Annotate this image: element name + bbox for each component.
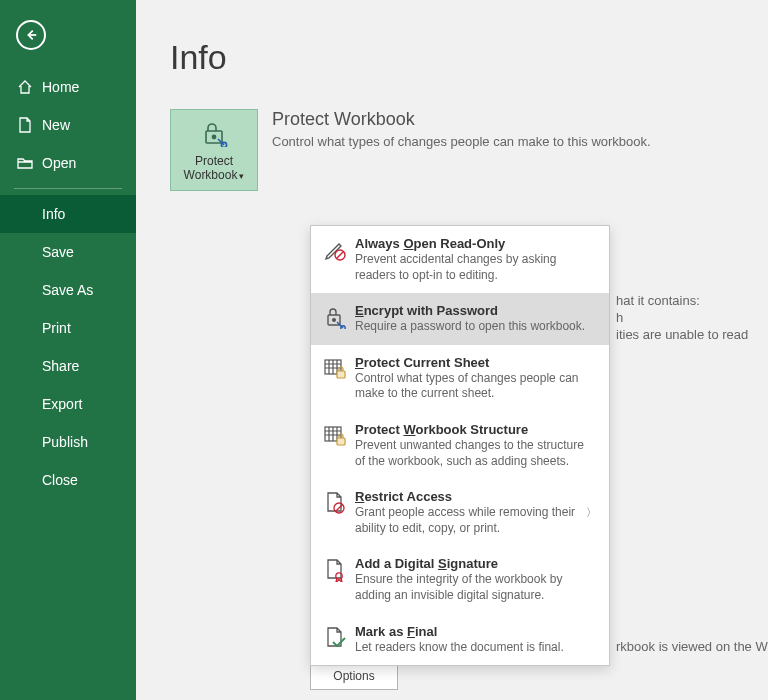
sidebar-item-label: Home bbox=[42, 79, 79, 95]
document-ribbon-icon bbox=[321, 558, 349, 603]
backstage-sidebar: Home New Open Info Save Save As Print bbox=[0, 0, 136, 700]
svg-point-5 bbox=[333, 319, 336, 322]
hidden-text-fragment: h bbox=[616, 310, 623, 325]
protect-desc: Control what types of changes people can… bbox=[272, 134, 651, 149]
sidebar-item-label: Export bbox=[42, 396, 82, 412]
svg-rect-8 bbox=[337, 371, 345, 378]
menu-item-title: Mark as Final bbox=[355, 624, 597, 639]
sidebar-item-publish[interactable]: Publish bbox=[0, 423, 136, 461]
sidebar-item-label: Print bbox=[42, 320, 71, 336]
protect-section: Protect Workbook▾ Protect Workbook Contr… bbox=[170, 109, 768, 191]
document-icon bbox=[16, 117, 34, 133]
menu-protect-structure[interactable]: Protect Workbook Structure Prevent unwan… bbox=[311, 412, 609, 479]
menu-item-desc: Control what types of changes people can… bbox=[355, 371, 597, 402]
sidebar-item-info[interactable]: Info bbox=[0, 195, 136, 233]
menu-protect-sheet[interactable]: Protect Current Sheet Control what types… bbox=[311, 345, 609, 412]
lock-key-icon bbox=[321, 305, 349, 335]
menu-item-desc: Let readers know the document is final. bbox=[355, 640, 597, 656]
protect-workbook-menu: Always Open Read-Only Prevent accidental… bbox=[310, 225, 610, 666]
sidebar-item-label: Save bbox=[42, 244, 74, 260]
menu-open-readonly[interactable]: Always Open Read-Only Prevent accidental… bbox=[311, 226, 609, 293]
hidden-text-fragment: rkbook is viewed on the Web. bbox=[616, 639, 768, 654]
home-icon bbox=[16, 79, 34, 95]
back-button[interactable] bbox=[16, 20, 46, 50]
chevron-right-icon: 〉 bbox=[586, 505, 597, 520]
menu-item-title: Protect Workbook Structure bbox=[355, 422, 597, 437]
menu-encrypt-password[interactable]: Encrypt with Password Require a password… bbox=[311, 293, 609, 345]
sidebar-item-label: Info bbox=[42, 206, 65, 222]
document-check-icon bbox=[321, 626, 349, 656]
menu-item-title: Encrypt with Password bbox=[355, 303, 597, 318]
pencil-forbidden-icon bbox=[321, 238, 349, 283]
back-arrow-icon bbox=[24, 28, 38, 42]
menu-item-title: Always Open Read-Only bbox=[355, 236, 597, 251]
main-panel: Info Protect Workbook▾ Protect Workbook … bbox=[136, 0, 768, 700]
protect-workbook-button[interactable]: Protect Workbook▾ bbox=[170, 109, 258, 191]
sidebar-item-label: Close bbox=[42, 472, 78, 488]
sidebar-separator bbox=[14, 188, 122, 189]
svg-point-1 bbox=[212, 135, 215, 138]
sidebar-item-close[interactable]: Close bbox=[0, 461, 136, 499]
sidebar-item-save[interactable]: Save bbox=[0, 233, 136, 271]
button-label-l2: Workbook bbox=[184, 168, 238, 182]
folder-icon bbox=[16, 156, 34, 170]
menu-item-desc: Prevent unwanted changes to the structur… bbox=[355, 438, 597, 469]
sidebar-item-label: Share bbox=[42, 358, 79, 374]
menu-item-title: Add a Digital Signature bbox=[355, 556, 597, 571]
sidebar-item-print[interactable]: Print bbox=[0, 309, 136, 347]
sidebar-item-new[interactable]: New bbox=[0, 106, 136, 144]
workbook-lock-icon bbox=[321, 424, 349, 469]
menu-restrict-access[interactable]: Restrict Access Grant people access whil… bbox=[311, 479, 609, 546]
sheet-lock-icon bbox=[321, 357, 349, 402]
sidebar-item-home[interactable]: Home bbox=[0, 68, 136, 106]
sidebar-item-label: Save As bbox=[42, 282, 93, 298]
menu-item-title: Restrict Access bbox=[355, 489, 582, 504]
sidebar-item-save-as[interactable]: Save As bbox=[0, 271, 136, 309]
sidebar-item-label: New bbox=[42, 117, 70, 133]
menu-item-desc: Require a password to open this workbook… bbox=[355, 319, 597, 335]
menu-item-title: Protect Current Sheet bbox=[355, 355, 597, 370]
document-restrict-icon bbox=[321, 491, 349, 536]
menu-mark-final[interactable]: Mark as Final Let readers know the docum… bbox=[311, 614, 609, 666]
protect-heading: Protect Workbook bbox=[272, 109, 651, 130]
sidebar-item-open[interactable]: Open bbox=[0, 144, 136, 182]
menu-item-desc: Prevent accidental changes by asking rea… bbox=[355, 252, 597, 283]
hidden-text-fragment: ities are unable to read bbox=[616, 327, 748, 342]
sidebar-item-export[interactable]: Export bbox=[0, 385, 136, 423]
menu-item-desc: Ensure the integrity of the workbook by … bbox=[355, 572, 597, 603]
menu-digital-signature[interactable]: Add a Digital Signature Ensure the integ… bbox=[311, 546, 609, 613]
button-label-l1: Protect bbox=[195, 154, 233, 168]
sidebar-item-label: Open bbox=[42, 155, 76, 171]
svg-rect-10 bbox=[337, 438, 345, 445]
lock-key-icon bbox=[200, 119, 228, 150]
menu-item-desc: Grant people access while removing their… bbox=[355, 505, 582, 536]
chevron-down-icon: ▾ bbox=[239, 171, 244, 181]
sidebar-item-label: Publish bbox=[42, 434, 88, 450]
hidden-text-fragment: hat it contains: bbox=[616, 293, 700, 308]
page-title: Info bbox=[170, 38, 768, 77]
sidebar-item-share[interactable]: Share bbox=[0, 347, 136, 385]
